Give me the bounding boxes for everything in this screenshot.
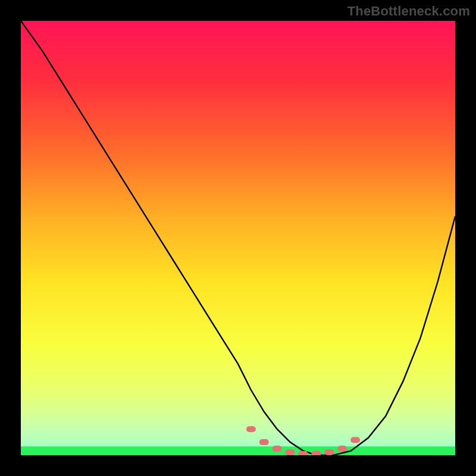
- marker-dot: [324, 449, 334, 455]
- marker-dot: [299, 451, 308, 455]
- bottleneck-chart: [21, 21, 455, 455]
- marker-dot: [311, 451, 321, 455]
- marker-dot: [350, 437, 360, 443]
- marker-dot: [337, 446, 347, 452]
- marker-dot: [273, 446, 282, 452]
- marker-dot: [259, 439, 269, 445]
- chart-frame: TheBottleneck.com: [0, 0, 476, 476]
- plot-area: [21, 21, 455, 455]
- optimal-band: [21, 446, 455, 455]
- marker-dot: [246, 426, 256, 432]
- gradient-background: [21, 21, 455, 455]
- watermark-text: TheBottleneck.com: [347, 4, 470, 19]
- marker-dot: [286, 449, 295, 455]
